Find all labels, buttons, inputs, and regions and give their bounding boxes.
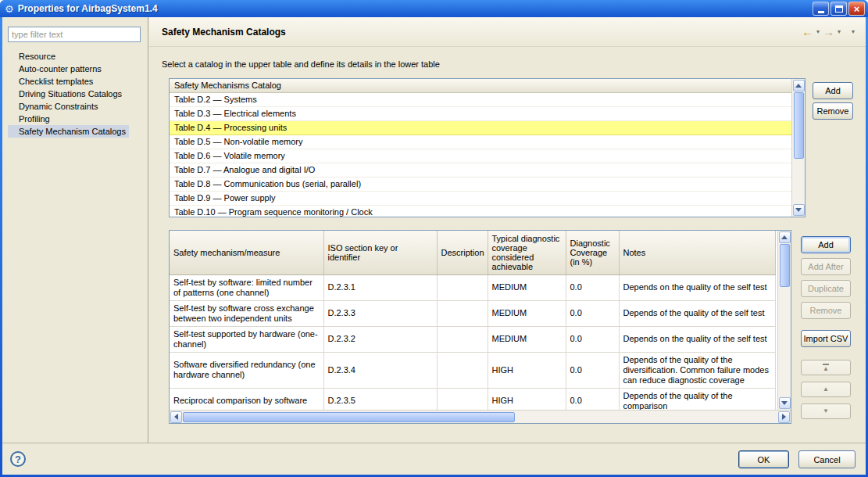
move-up-button[interactable]: ▲ — [801, 382, 851, 397]
catalog-row-selected[interactable]: Table D.4 — Processing units — [170, 121, 791, 135]
table-cell[interactable]: Depends of the quality of the comparison — [619, 388, 775, 410]
cancel-button[interactable]: Cancel — [798, 450, 855, 468]
details-remove-button[interactable]: Remove — [801, 302, 851, 319]
table-cell[interactable]: MEDIUM — [488, 274, 566, 300]
table-cell[interactable]: D.2.3.4 — [323, 352, 437, 388]
filter-input[interactable] — [8, 27, 141, 42]
view-menu-icon[interactable]: ▾ — [850, 29, 856, 35]
catalog-row[interactable]: Table D.8 — Communication bus (serial, p… — [170, 178, 791, 192]
catalog-row[interactable]: Table D.6 — Volatile memory — [170, 149, 791, 163]
catalog-row[interactable]: Table D.3 — Electrical elements — [170, 107, 791, 121]
forward-icon[interactable]: → — [823, 26, 834, 38]
table-cell[interactable]: Depends on the quality of the self test — [619, 326, 775, 352]
table-cell[interactable]: Software diversified redundancy (one har… — [170, 352, 323, 388]
table-cell[interactable]: HIGH — [488, 388, 566, 410]
table-cell[interactable]: 0.0 — [566, 388, 619, 410]
table-cell[interactable]: Depends of the quality of the self test — [619, 300, 775, 326]
table-cell[interactable] — [437, 326, 488, 352]
table-cell[interactable]: 0.0 — [566, 326, 619, 352]
table-cell[interactable]: MEDIUM — [488, 300, 566, 326]
forward-menu-icon[interactable]: ▾ — [836, 29, 842, 35]
catalog-add-button[interactable]: Add — [813, 82, 853, 99]
table-cell[interactable]: Depends on the quality of the self test — [619, 274, 775, 300]
scrollbar-thumb[interactable] — [183, 412, 515, 422]
table-cell[interactable]: D.2.3.5 — [323, 388, 437, 410]
column-header[interactable]: Notes — [619, 231, 775, 274]
catalog-remove-button[interactable]: Remove — [813, 102, 853, 120]
table-cell[interactable]: 0.0 — [566, 352, 619, 388]
table-cell[interactable]: Reciprocal comparison by software — [170, 388, 323, 410]
column-header[interactable]: ISO section key or identifier — [323, 231, 437, 274]
table-cell[interactable]: Self-test by software cross exchange bet… — [170, 300, 323, 326]
table-cell[interactable]: HIGH — [488, 352, 566, 388]
details-vscrollbar[interactable] — [777, 231, 791, 410]
catalog-table: Safety Mechanisms Catalog Table D.2 — Sy… — [169, 78, 805, 217]
minimize-button[interactable] — [813, 2, 829, 16]
catalog-row[interactable]: Table D.2 — Systems — [170, 93, 791, 107]
details-table-grid: Safety mechanism/measure ISO section key… — [170, 231, 777, 410]
scrollbar-thumb[interactable] — [780, 244, 790, 287]
table-cell[interactable]: Self-test supported by hardware (one-cha… — [170, 326, 323, 352]
table-cell[interactable] — [437, 274, 488, 300]
details-import-csv-button[interactable]: Import CSV — [801, 330, 851, 347]
maximize-button[interactable] — [830, 2, 847, 16]
scroll-left-icon[interactable] — [170, 411, 182, 423]
table-cell[interactable] — [437, 352, 488, 388]
table-row[interactable]: Self-test by software: limited number of… — [170, 274, 775, 300]
details-add-after-button[interactable]: Add After — [801, 258, 851, 275]
catalog-scrollbar[interactable] — [791, 79, 805, 217]
help-button[interactable]: ? — [10, 451, 26, 467]
sidebar-item-auto-counter-patterns[interactable]: Auto-counter patterns — [8, 63, 145, 75]
catalog-row[interactable]: Table D.9 — Power supply — [170, 192, 791, 206]
move-down-button[interactable]: ▼ — [801, 403, 851, 419]
table-cell[interactable]: D.2.3.1 — [323, 274, 437, 300]
scroll-up-icon[interactable] — [793, 80, 805, 91]
titlebar[interactable]: ⚙ Properties for AirbagSystem1.4 × — [0, 0, 868, 17]
table-cell[interactable] — [437, 388, 488, 410]
table-cell[interactable]: 0.0 — [566, 274, 619, 300]
column-header[interactable]: Description — [437, 231, 488, 274]
table-row[interactable]: Self-test by software cross exchange bet… — [170, 300, 775, 326]
table-row[interactable]: Software diversified redundancy (one har… — [170, 352, 775, 388]
catalog-row[interactable]: Table D.5 — Non-volatile memory — [170, 135, 791, 149]
table-cell[interactable]: D.2.3.3 — [323, 300, 437, 326]
details-add-button[interactable]: Add — [801, 236, 851, 253]
catalog-column-header[interactable]: Safety Mechanisms Catalog — [170, 79, 791, 93]
sidebar-item-dynamic-constraints[interactable]: Dynamic Constraints — [8, 100, 145, 113]
close-button[interactable]: × — [848, 2, 865, 16]
move-top-button[interactable]: ▲ — [801, 360, 851, 375]
column-header[interactable]: Diagnostic Coverage (in %) — [566, 231, 619, 274]
table-cell[interactable] — [437, 300, 488, 326]
table-row[interactable]: Reciprocal comparison by software D.2.3.… — [170, 388, 775, 410]
details-duplicate-button[interactable]: Duplicate — [801, 280, 851, 297]
sidebar-item-safety-mechanism-catalogs[interactable]: Safety Mechanism Catalogs — [8, 125, 129, 138]
scroll-up-icon[interactable] — [779, 231, 791, 243]
details-hscrollbar[interactable] — [170, 410, 791, 423]
main-panel: Safety Mechanism Catalogs ← ▾ → ▾ ▾ Sele… — [149, 17, 866, 443]
ok-button[interactable]: OK — [738, 450, 789, 468]
back-menu-icon[interactable]: ▾ — [815, 29, 821, 35]
scroll-down-icon[interactable] — [793, 204, 805, 216]
table-cell[interactable]: 0.0 — [566, 300, 619, 326]
column-header[interactable]: Safety mechanism/measure — [170, 231, 323, 274]
catalog-row[interactable]: Table D.10 — Program sequence monitoring… — [170, 206, 791, 217]
table-row[interactable]: Self-test supported by hardware (one-cha… — [170, 326, 775, 352]
sidebar-item-checklist-templates[interactable]: Checklist templates — [8, 75, 145, 88]
table-cell[interactable]: MEDIUM — [488, 326, 566, 352]
page-description: Select a catalog in the upper table and … — [162, 59, 440, 69]
move-up-icon: ▲ — [823, 386, 829, 393]
scroll-right-icon[interactable] — [778, 411, 790, 423]
table-cell[interactable]: Depends of the quality of the diversific… — [619, 352, 775, 388]
back-icon[interactable]: ← — [802, 26, 813, 38]
table-cell[interactable]: Self-test by software: limited number of… — [170, 274, 323, 300]
scrollbar-thumb[interactable] — [794, 92, 804, 159]
scroll-down-icon[interactable] — [779, 397, 791, 409]
catalog-row[interactable]: Table D.7 — Analogue and digital I/O — [170, 163, 791, 178]
sidebar-item-driving-situations-catalogs[interactable]: Driving Situations Catalogs — [8, 88, 145, 100]
sidebar-item-profiling[interactable]: Profiling — [8, 113, 145, 125]
catalog-rows: Safety Mechanisms Catalog Table D.2 — Sy… — [170, 79, 791, 217]
sidebar-item-resource[interactable]: Resource — [8, 50, 145, 63]
table-cell[interactable]: D.2.3.2 — [323, 326, 437, 352]
column-header[interactable]: Typical diagnostic coverage considered a… — [488, 231, 566, 274]
nav-controls: ← ▾ → ▾ ▾ — [802, 26, 856, 38]
